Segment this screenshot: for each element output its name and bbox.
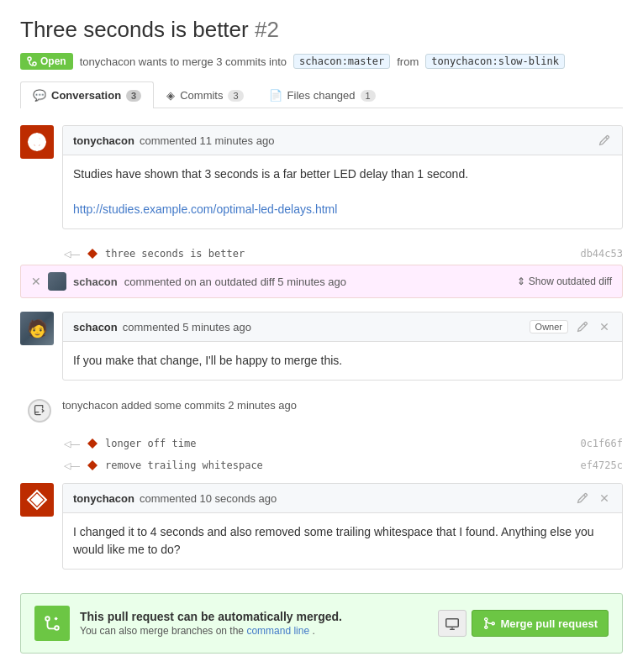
- merge-pull-request-button[interactable]: Merge pull request: [472, 610, 609, 637]
- comment-box-1: tonychacon commented 11 minutes ago Stud…: [62, 125, 623, 229]
- title-text: Three seconds is better: [20, 17, 249, 42]
- tab-commits-label: Commits: [180, 89, 223, 102]
- computer-icon: [445, 617, 459, 630]
- commit-arrow-icon-1: ◁—: [64, 249, 80, 260]
- comment-actions-3: [575, 491, 612, 506]
- merge-btn-label: Merge pull request: [500, 617, 598, 630]
- commit-diamond-icon-3: [87, 459, 98, 471]
- commit-icon: ◈: [166, 89, 175, 102]
- commits-event-icon: [28, 399, 51, 423]
- commit-line-1: ◁— three seconds is better db44c53: [20, 243, 623, 265]
- tab-files[interactable]: 📄 Files changed 1: [256, 81, 388, 108]
- pr-number: #2: [255, 17, 279, 42]
- pencil-icon: [598, 134, 610, 146]
- tab-files-label: Files changed: [287, 89, 356, 102]
- tab-conversation-label: Conversation: [51, 89, 121, 102]
- comment-body-2: If you make that change, I'll be happy t…: [63, 342, 622, 380]
- merge-text: This pull request can be automatically m…: [80, 610, 428, 637]
- svg-marker-5: [87, 249, 98, 259]
- comment-meta-3: tonychacon commented 10 seconds ago: [73, 492, 277, 505]
- git-merge-icon: [27, 56, 37, 66]
- commit-line-2: ◁— longer off time 0c1f66f: [20, 433, 623, 454]
- tab-bar: 💬 Conversation 3 ◈ Commits 3 📄 Files cha…: [20, 81, 623, 108]
- comment-header-1: tonychacon commented 11 minutes ago: [63, 126, 622, 155]
- event-text: tonychacon added some commits 2 minutes …: [62, 399, 297, 412]
- svg-marker-7: [87, 460, 98, 470]
- commit-message-3: remove trailing whitespace: [105, 459, 263, 471]
- svg-point-10: [45, 617, 50, 621]
- commit-diamond-icon-2: [87, 438, 98, 449]
- comment-body-1: Studies have shown that 3 seconds is a f…: [63, 155, 622, 228]
- comment-text-1: Studies have shown that 3 seconds is a f…: [73, 165, 612, 183]
- svg-point-11: [55, 626, 59, 630]
- command-line-link[interactable]: command line: [246, 625, 312, 637]
- show-outdated-diff-button[interactable]: ⇕ Show outdated diff: [517, 276, 612, 287]
- close-outdated-icon[interactable]: ✕: [31, 275, 41, 288]
- outdated-author-name: schacon: [73, 276, 118, 288]
- target-branch: schacon:master: [293, 54, 390, 69]
- delete-button-2[interactable]: [597, 319, 612, 334]
- comment-actions-1: [597, 133, 612, 148]
- commit-hash-3: ef4725c: [580, 459, 623, 471]
- git-logo-icon: [26, 131, 48, 153]
- comment-1: tonychacon commented 11 minutes ago Stud…: [20, 125, 623, 229]
- comment-time-1: commented 11 minutes ago: [140, 134, 274, 147]
- svg-marker-6: [87, 438, 98, 449]
- outdated-time: commented on an outdated diff 5 minutes …: [124, 276, 346, 288]
- edit-button-1[interactable]: [597, 133, 612, 148]
- comment-link-1[interactable]: http://studies.example.com/optimal-led-d…: [73, 202, 337, 216]
- edit-button-2[interactable]: [575, 319, 590, 334]
- edit-button-3[interactable]: [575, 491, 590, 506]
- badge-label: Open: [40, 55, 66, 67]
- schacon-avatar-small: [48, 272, 66, 291]
- comment-3: tonychacon commented 10 seconds ago I ch…: [20, 483, 623, 570]
- comment-meta-2: schacon commented 5 minutes ago: [73, 321, 251, 333]
- comment-author-3: tonychacon: [73, 492, 134, 505]
- commit-arrow-icon-2: ◁—: [64, 438, 80, 449]
- source-branch: tonychacon:slow-blink: [425, 54, 565, 69]
- svg-point-1: [33, 62, 36, 66]
- tonychacon-avatar-3: [20, 483, 54, 517]
- x-icon-3: [598, 492, 610, 504]
- commit-hash-2: 0c1f66f: [580, 438, 623, 449]
- git-logo-icon-3: [26, 489, 48, 511]
- chat-icon: 💬: [33, 89, 46, 102]
- schacon-avatar: 🧑: [20, 312, 54, 345]
- comment-box-2: schacon commented 5 minutes ago Owner If…: [62, 312, 623, 381]
- timeline: tonychacon commented 11 minutes ago Stud…: [20, 125, 623, 654]
- comment-meta-1: tonychacon commented 11 minutes ago: [73, 134, 274, 147]
- event-icon-wrapper: [20, 399, 54, 423]
- comment-time-2: commented 5 minutes ago: [123, 321, 251, 333]
- page-title: Three seconds is better #2: [20, 17, 623, 43]
- repo-push-icon: [34, 405, 45, 417]
- file-icon: 📄: [269, 89, 282, 102]
- commit-message-1: three seconds is better: [105, 248, 245, 260]
- diff-icon: ⇕: [517, 276, 525, 287]
- comment-body-3: I changed it to 4 seconds and also remov…: [63, 513, 622, 569]
- commits-count: 3: [228, 90, 243, 102]
- merge-buttons: Merge pull request: [438, 610, 609, 637]
- comment-author-1: tonychacon: [73, 134, 134, 147]
- comment-text-3: I changed it to 4 seconds and also remov…: [73, 523, 612, 559]
- comment-actions-2: Owner: [530, 319, 612, 334]
- command-line-text: command line: [246, 625, 309, 637]
- comment-author-2: schacon: [73, 321, 118, 333]
- merge-icon-box: [34, 606, 70, 641]
- from-text: from: [397, 55, 419, 68]
- comment-time-3: commented 10 seconds ago: [140, 492, 277, 505]
- pencil-icon-3: [577, 492, 588, 504]
- tab-conversation[interactable]: 💬 Conversation 3: [20, 81, 154, 108]
- commit-hash-1: db44c53: [580, 248, 623, 260]
- comment-2: 🧑 schacon commented 5 minutes ago Owner: [20, 312, 623, 381]
- commit-diamond-icon-1: [87, 248, 98, 260]
- conversation-count: 3: [126, 90, 141, 102]
- comment-header-2: schacon commented 5 minutes ago Owner: [63, 312, 622, 342]
- delete-button-3[interactable]: [597, 491, 612, 506]
- tab-commits[interactable]: ◈ Commits 3: [154, 81, 256, 108]
- owner-badge: Owner: [530, 320, 568, 333]
- local-merge-button[interactable]: [438, 610, 466, 637]
- x-icon: [598, 321, 610, 333]
- files-count: 1: [361, 90, 376, 102]
- merge-icon: [43, 614, 61, 633]
- comment-text-2: If you make that change, I'll be happy t…: [73, 352, 612, 370]
